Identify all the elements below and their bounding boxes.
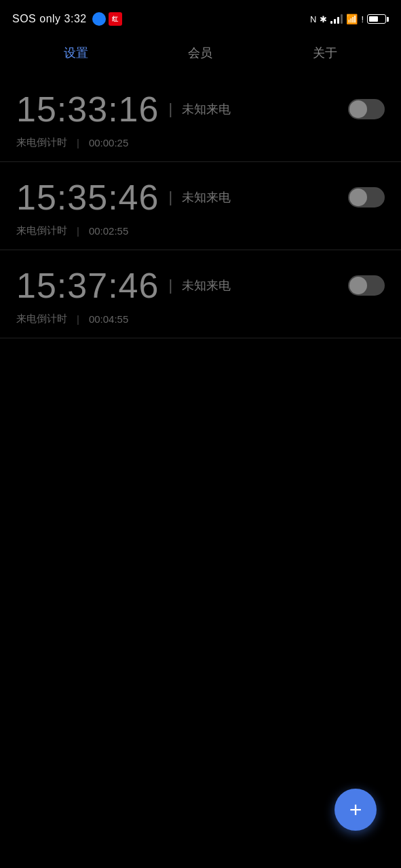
alarm-toggle-2[interactable] [348,275,385,296]
status-bar: SOS only 3:32 红 N ✱ 📶 ! [0,0,401,35]
alarm-toggle-1[interactable] [348,187,385,208]
signal-icon [330,14,343,24]
alarm-time-section: 15:33:16 | 未知来电 [16,89,231,130]
tab-settings[interactable]: 设置 [57,42,95,64]
alarm-time-section: 15:37:46 | 未知来电 [16,265,231,306]
alert-icon: ! [361,14,364,24]
alarm-call-label: 未知来电 [182,101,231,117]
alarm-item: 15:37:46 | 未知来电 来电倒计时 | 00:04:55 [0,250,401,338]
plus-icon: + [349,799,362,821]
bluetooth-icon: ✱ [320,14,327,24]
app-icon-circle [92,12,106,26]
countdown-label: 来电倒计时 [16,136,67,149]
alarm-bottom-row: 来电倒计时 | 00:04:55 [16,313,385,326]
toggle-knob [349,100,367,118]
status-time: SOS only 3:32 [12,13,87,25]
alarm-top-row: 15:37:46 | 未知来电 [16,265,385,306]
tab-member[interactable]: 会员 [181,42,219,64]
status-app-icons: 红 [92,12,122,26]
toggle-knob [349,277,367,294]
alarm-item: 15:35:46 | 未知来电 来电倒计时 | 00:02:55 [0,162,401,250]
app-icon-red: 红 [109,12,122,26]
alarm-top-row: 15:35:46 | 未知来电 [16,177,385,218]
alarm-top-row: 15:33:16 | 未知来电 [16,89,385,130]
wifi-icon: 📶 [346,14,358,24]
alarm-time-section: 15:35:46 | 未知来电 [16,177,231,218]
status-left: SOS only 3:32 红 [12,12,122,26]
alarm-call-label: 未知来电 [182,277,231,294]
add-alarm-button[interactable]: + [335,789,377,831]
nfc-icon: N [310,14,316,24]
alarm-time-display: 15:35:46 [16,177,159,218]
countdown-value: 00:04:55 [89,313,128,325]
toggle-knob [349,189,367,206]
status-right: N ✱ 📶 ! [310,14,389,24]
tab-navigation: 设置 会员 关于 [0,35,401,74]
alarm-separator: | [168,189,172,206]
alarm-separator: | [168,277,172,294]
alarm-time-display: 15:37:46 [16,265,159,306]
tab-about[interactable]: 关于 [306,42,344,64]
countdown-value: 00:00:25 [89,137,128,149]
countdown-divider: | [77,137,79,149]
countdown-divider: | [77,313,79,325]
alarm-bottom-row: 来电倒计时 | 00:00:25 [16,136,385,149]
alarm-separator: | [168,100,172,118]
alarm-bottom-row: 来电倒计时 | 00:02:55 [16,224,385,237]
battery-icon [367,14,389,24]
countdown-value: 00:02:55 [89,225,128,237]
alarm-call-label: 未知来电 [182,189,231,205]
countdown-label: 来电倒计时 [16,224,67,237]
countdown-label: 来电倒计时 [16,313,67,326]
countdown-divider: | [77,225,79,237]
alarm-list: 15:33:16 | 未知来电 来电倒计时 | 00:00:25 15:35:4… [0,74,401,338]
alarm-item: 15:33:16 | 未知来电 来电倒计时 | 00:00:25 [0,74,401,162]
alarm-toggle-0[interactable] [348,99,385,119]
alarm-time-display: 15:33:16 [16,89,159,130]
